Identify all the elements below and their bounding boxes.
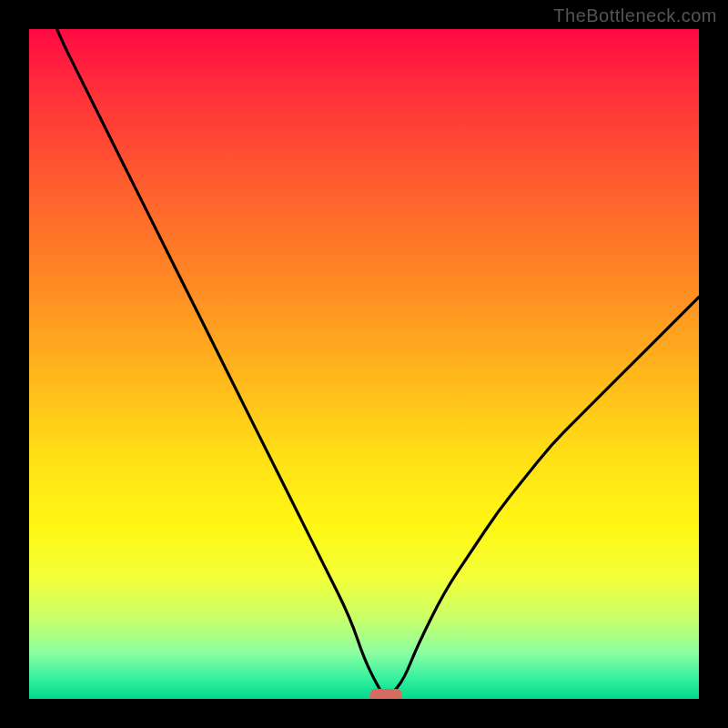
optimum-marker	[369, 689, 402, 699]
chart-frame: TheBottleneck.com	[0, 0, 728, 728]
curve-path	[29, 29, 699, 695]
plot-area	[29, 29, 699, 699]
bottleneck-curve	[29, 29, 699, 699]
watermark-text: TheBottleneck.com	[553, 5, 717, 26]
